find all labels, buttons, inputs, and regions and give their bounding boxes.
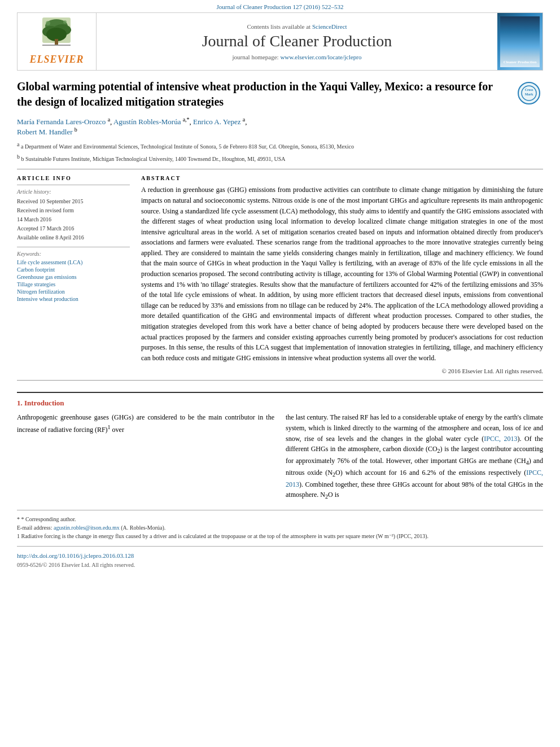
author-3[interactable]: Enrico A. Yepez [193, 117, 241, 126]
copyright: © 2016 Elsevier Ltd. All rights reserved… [141, 368, 543, 374]
article-title: Global warming potential of intensive wh… [17, 80, 493, 108]
divider-1 [17, 169, 543, 169]
email-note: E-mail address: agustin.robles@itson.edu… [17, 523, 543, 532]
intro-left-text: Anthropogenic greenhouse gases (GHGs) ar… [17, 412, 274, 435]
intro-right-col: the last century. The raised RF has led … [286, 412, 543, 501]
introduction-heading: 1. Introduction [17, 399, 543, 408]
introduction-section: 1. Introduction Anthropogenic greenhouse… [17, 392, 543, 501]
author-2[interactable]: Agustín Robles-Morúa [113, 117, 181, 126]
elsevier-wordmark: ELSEVIER [29, 54, 84, 65]
affiliation-1: a a Department of Water and Environmenta… [17, 141, 543, 151]
svg-text:Mark: Mark [525, 93, 533, 96]
affiliation-2: b b Sustainable Futures Institute, Michi… [17, 153, 543, 163]
ref-ipcc-2013-2[interactable]: IPCC, 2013 [286, 469, 543, 488]
intro-left-col: Anthropogenic greenhouse gases (GHGs) ar… [17, 412, 274, 501]
keyword-5[interactable]: Nitrogen fertilization [17, 289, 130, 295]
intro-right-text: the last century. The raised RF has led … [286, 412, 543, 501]
keyword-4[interactable]: Tillage strategies [17, 281, 130, 287]
accepted-date: Accepted 17 March 2016 [17, 224, 130, 233]
available-date: Available online 8 April 2016 [17, 233, 130, 242]
elsevier-logo-area: ELSEVIER [18, 13, 97, 70]
keyword-1[interactable]: Life cycle assessment (LCA) [17, 259, 130, 265]
ref-ipcc-2013-1[interactable]: IPCC, 2013 [484, 435, 517, 443]
article-info-label: ARTICLE INFO [17, 175, 130, 181]
contents-available: Contents lists available at ScienceDirec… [247, 23, 347, 30]
journal-cover-image: Cleaner Production [500, 16, 540, 67]
cover-text: Cleaner Production [504, 60, 537, 64]
elsevier-logo: ELSEVIER [29, 18, 84, 65]
footnote-section: * * Corresponding author. E-mail address… [17, 510, 543, 540]
footnote-1: 1 Radiative forcing is the change in ene… [17, 532, 543, 540]
journal-title: Journal of Cleaner Production [202, 32, 392, 50]
homepage-line: journal homepage: www.elsevier.com/locat… [233, 54, 362, 60]
journal-banner: Journal of Cleaner Production 127 (2016)… [0, 0, 560, 12]
article-title-area: Global warming potential of intensive wh… [17, 79, 543, 110]
svg-rect-5 [55, 39, 58, 45]
article-history: Article history: Received 10 September 2… [17, 185, 130, 242]
article-info-abstract: ARTICLE INFO Article history: Received 1… [17, 175, 543, 374]
revised-label: Received in revised form [17, 206, 130, 215]
article-info-col: ARTICLE INFO Article history: Received 1… [17, 175, 130, 374]
keyword-3[interactable]: Greenhouse gas emissions [17, 274, 130, 280]
journal-citation: Journal of Cleaner Production 127 (2016)… [217, 3, 344, 10]
author-4[interactable]: Robert M. Handler [17, 128, 73, 137]
abstract-col: ABSTRACT A reduction in greenhouse gas (… [141, 175, 543, 374]
svg-point-7 [63, 20, 67, 24]
divider-2 [17, 380, 543, 381]
article-history-label: Article history: [17, 189, 130, 195]
svg-text:Cross: Cross [525, 88, 533, 91]
doi-link[interactable]: http://dx.doi.org/10.1016/j.jclepro.2016… [17, 552, 134, 559]
keywords-label: Keywords: [17, 251, 130, 257]
main-content: Global warming potential of intensive wh… [17, 71, 543, 568]
crossmark-svg: Cross Mark [520, 85, 537, 102]
doi-section: http://dx.doi.org/10.1016/j.jclepro.2016… [17, 546, 543, 568]
revised-date: 14 March 2016 [17, 215, 130, 224]
crossmark-badge[interactable]: Cross Mark [515, 79, 543, 107]
keywords-section: Keywords: Life cycle assessment (LCA) Ca… [17, 247, 130, 302]
abstract-text: A reduction in greenhouse gas (GHG) emis… [141, 185, 543, 363]
homepage-link[interactable]: www.elsevier.com/locate/jclepro [280, 54, 361, 60]
authors: María Fernanda Lares-Orozco a, Agustín R… [17, 116, 543, 137]
journal-title-area: Contents lists available at ScienceDirec… [97, 13, 497, 70]
crossmark-icon: Cross Mark [518, 82, 540, 104]
svg-point-6 [46, 21, 50, 25]
keyword-6[interactable]: Intensive wheat production [17, 296, 130, 302]
abstract-label: ABSTRACT [141, 175, 543, 181]
journal-cover: Cleaner Production [497, 13, 542, 70]
corresponding-note: * * Corresponding author. [17, 515, 543, 523]
email-link[interactable]: agustin.robles@itson.edu.mx [54, 525, 120, 531]
journal-header: ELSEVIER Contents lists available at Sci… [17, 12, 543, 71]
issn-text: 0959-6526/© 2016 Elsevier Ltd. All right… [17, 562, 543, 568]
svg-rect-8 [42, 45, 71, 46]
author-1[interactable]: María Fernanda Lares-Orozco [17, 117, 106, 126]
elsevier-tree-icon [31, 18, 82, 51]
keyword-2[interactable]: Carbon footprint [17, 267, 130, 273]
introduction-body: Anthropogenic greenhouse gases (GHGs) ar… [17, 412, 543, 501]
received-date: Received 10 September 2015 [17, 197, 130, 206]
sciencedirect-link[interactable]: ScienceDirect [312, 23, 347, 30]
